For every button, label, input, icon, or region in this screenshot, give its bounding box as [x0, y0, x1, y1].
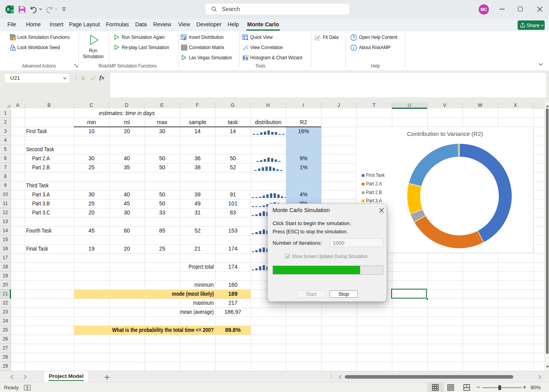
svg-text:i: i: [353, 46, 355, 50]
svg-text:X: X: [7, 7, 9, 12]
svg-text:?: ?: [352, 35, 355, 40]
